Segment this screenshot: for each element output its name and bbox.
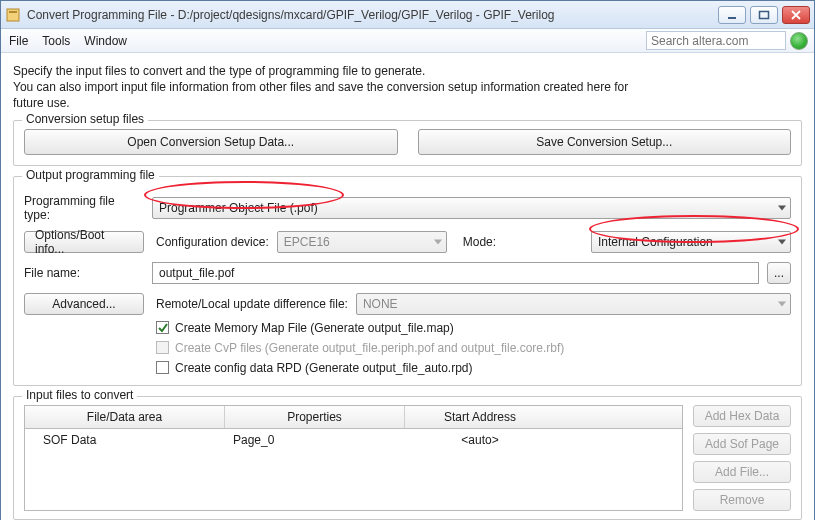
globe-icon[interactable] — [790, 32, 808, 50]
svg-rect-3 — [760, 11, 769, 18]
checkbox-icon[interactable] — [156, 361, 169, 374]
remove-button: Remove — [693, 489, 791, 511]
table-header: File/Data area Properties Start Address — [25, 406, 682, 429]
td-properties: Page_0 — [225, 429, 405, 451]
svg-rect-1 — [9, 11, 17, 13]
group-legend: Conversion setup files — [22, 112, 148, 126]
file-name-input[interactable] — [152, 262, 759, 284]
group-input-files: Input files to convert File/Data area Pr… — [13, 396, 802, 520]
chevron-down-icon — [778, 301, 786, 306]
menu-tools[interactable]: Tools — [42, 34, 70, 48]
td-start-address: <auto> — [405, 429, 555, 451]
menu-window[interactable]: Window — [84, 34, 127, 48]
th-file-data[interactable]: File/Data area — [25, 406, 225, 428]
checkbox-label: Create config data RPD (Generate output_… — [175, 361, 473, 375]
intro-line: You can also import input file informati… — [13, 79, 802, 95]
chevron-down-icon — [434, 239, 442, 244]
checkbox-config-rpd[interactable]: Create config data RPD (Generate output_… — [156, 361, 791, 375]
configuration-device-label: Configuration device: — [156, 235, 269, 249]
window-title: Convert Programming File - D:/project/qd… — [27, 8, 555, 22]
intro-text: Specify the input files to convert and t… — [13, 63, 802, 112]
intro-line: future use. — [13, 95, 802, 111]
configuration-device-select[interactable]: EPCE16 — [277, 231, 447, 253]
chevron-down-icon — [778, 205, 786, 210]
window-buttons — [718, 6, 810, 24]
th-start-address[interactable]: Start Address — [405, 406, 555, 428]
add-sof-page-button: Add Sof Page — [693, 433, 791, 455]
select-value: Programmer Object File (.pof) — [159, 201, 318, 215]
add-hex-data-button: Add Hex Data — [693, 405, 791, 427]
group-output-programming-file: Output programming file Programming file… — [13, 176, 802, 386]
save-conversion-setup-button[interactable]: Save Conversion Setup... — [418, 129, 792, 155]
maximize-button[interactable] — [750, 6, 778, 24]
checkbox-cvp-files: Create CvP files (Generate output_file.p… — [156, 341, 791, 355]
close-button[interactable] — [782, 6, 810, 24]
search-input[interactable] — [646, 31, 786, 50]
table-button-column: Add Hex Data Add Sof Page Add File... Re… — [693, 405, 791, 511]
content: Specify the input files to convert and t… — [1, 53, 814, 520]
open-conversion-setup-button[interactable]: Open Conversion Setup Data... — [24, 129, 398, 155]
file-name-label: File name: — [24, 266, 144, 280]
remote-local-label: Remote/Local update difference file: — [156, 297, 348, 311]
mode-select[interactable]: Internal Configuration — [591, 231, 791, 253]
table-row[interactable]: SOF Data Page_0 <auto> — [25, 429, 682, 451]
td-file-data: SOF Data — [25, 429, 225, 451]
select-value: EPCE16 — [284, 235, 330, 249]
checkbox-label: Create CvP files (Generate output_file.p… — [175, 341, 564, 355]
checkbox-label: Create Memory Map File (Generate output_… — [175, 321, 454, 335]
menu-file[interactable]: File — [9, 34, 28, 48]
group-legend: Output programming file — [22, 168, 159, 182]
titlebar: Convert Programming File - D:/project/qd… — [1, 1, 814, 29]
options-boot-info-button[interactable]: Options/Boot info... — [24, 231, 144, 253]
svg-rect-2 — [728, 17, 736, 19]
add-file-button: Add File... — [693, 461, 791, 483]
svg-rect-0 — [7, 9, 19, 21]
programming-file-type-select[interactable]: Programmer Object File (.pof) — [152, 197, 791, 219]
programming-file-type-label: Programming file type: — [24, 194, 144, 222]
checkbox-icon[interactable] — [156, 321, 169, 334]
remote-local-select: NONE — [356, 293, 791, 315]
select-value: NONE — [363, 297, 398, 311]
advanced-button[interactable]: Advanced... — [24, 293, 144, 315]
mode-label: Mode: — [463, 235, 496, 249]
th-properties[interactable]: Properties — [225, 406, 405, 428]
search-container — [646, 31, 808, 50]
checkbox-icon — [156, 341, 169, 354]
app-icon — [5, 7, 21, 23]
menubar: File Tools Window — [1, 29, 814, 53]
app-window: Convert Programming File - D:/project/qd… — [0, 0, 815, 520]
intro-line: Specify the input files to convert and t… — [13, 63, 802, 79]
checkbox-memory-map[interactable]: Create Memory Map File (Generate output_… — [156, 321, 791, 335]
chevron-down-icon — [778, 239, 786, 244]
group-conversion-setup: Conversion setup files Open Conversion S… — [13, 120, 802, 166]
input-files-table[interactable]: File/Data area Properties Start Address … — [24, 405, 683, 511]
browse-button[interactable]: ... — [767, 262, 791, 284]
select-value: Internal Configuration — [598, 235, 713, 249]
group-legend: Input files to convert — [22, 388, 137, 402]
minimize-button[interactable] — [718, 6, 746, 24]
